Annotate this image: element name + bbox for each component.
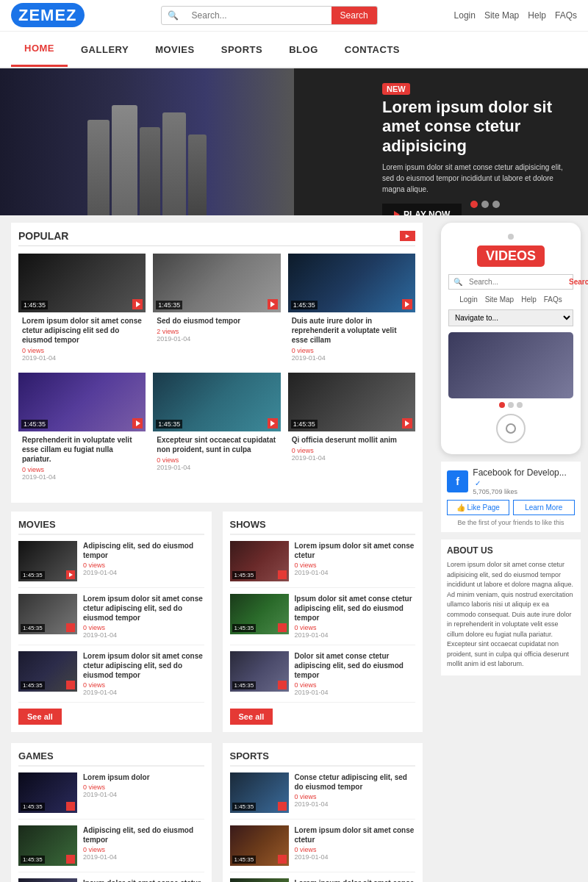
sport-views-2: 0 views	[295, 846, 416, 853]
help-link[interactable]: Help	[528, 10, 546, 21]
nav-home[interactable]: HOME	[11, 32, 68, 67]
video-play-5[interactable]	[268, 418, 278, 429]
sport-info-1: Conse ctetur adipiscing elit, sed do eiu…	[295, 772, 416, 813]
video-views-4: 0 views	[22, 466, 142, 473]
video-duration-3: 1:45:35	[291, 301, 318, 309]
hero-dot-1[interactable]	[470, 201, 478, 208]
game-title-2: Adipiscing elit, sed do eiusmod tempor	[83, 825, 204, 845]
sport-thumb-2[interactable]: 1:45:35	[230, 825, 289, 866]
video-play-6[interactable]	[402, 418, 412, 429]
show-views-1: 0 views	[295, 562, 416, 569]
nav-sports[interactable]: SPORTS	[208, 33, 276, 66]
logo-text: ZEMEZ	[11, 3, 85, 27]
show-play-1[interactable]	[278, 570, 287, 579]
game-thumb-3[interactable]: 1:45:35	[18, 878, 77, 882]
video-duration-6: 1:45:35	[291, 420, 318, 429]
movies-section: MOVIES 1:45:35 Adipiscing elit, sed do e…	[11, 512, 212, 732]
main-container: POPULAR ► 1:45:35 Lorem ipsum dolor sit …	[0, 215, 588, 882]
fb-like-button[interactable]: 👍 Like Page	[447, 500, 509, 515]
about-widget: ABOUT US Lorem ipsum dolor sit amet cons…	[441, 539, 581, 675]
nav-blog[interactable]: BLOG	[276, 33, 331, 66]
show-thumb-3[interactable]: 1:45:35	[230, 651, 289, 692]
video-play-4[interactable]	[132, 418, 143, 429]
nav-gallery[interactable]: GALLERY	[68, 33, 142, 66]
sports-section: SPORTS 1:45:35 Conse ctetur adipiscing e…	[223, 743, 423, 882]
shows-section: SHOWS 1:45:35 Lorem ipsum dolor sit amet…	[223, 512, 423, 732]
movie-play-2[interactable]	[66, 623, 75, 632]
game-play-2[interactable]	[66, 855, 75, 864]
login-link[interactable]: Login	[454, 10, 476, 21]
sidebar-sitemap[interactable]: Site Map	[485, 295, 514, 304]
games-title: GAMES	[18, 750, 204, 767]
show-thumb-1[interactable]: 1:45:35	[230, 541, 289, 581]
show-thumb-2[interactable]: 1:45:35	[230, 594, 289, 634]
sport-play-1[interactable]	[278, 802, 287, 811]
movies-see-all-button[interactable]: See all	[18, 709, 62, 725]
sport-thumb-3[interactable]: 1:45:35	[230, 878, 289, 882]
sidebar-dot-1[interactable]	[499, 402, 505, 408]
game-thumb-2[interactable]: 1:45:35	[18, 825, 77, 866]
sidebar-faqs[interactable]: FAQs	[544, 295, 562, 304]
movie-views-3: 0 views	[83, 681, 204, 689]
show-play-2[interactable]	[278, 623, 287, 632]
game-title-1: Lorem ipsum dolor	[83, 772, 204, 782]
sport-thumb-1[interactable]: 1:45:35	[230, 772, 289, 813]
sidebar-login[interactable]: Login	[459, 295, 477, 304]
movie-play-1[interactable]	[66, 570, 75, 579]
shows-see-all-button[interactable]: See all	[230, 709, 273, 725]
movie-thumb-1[interactable]: 1:45:35	[18, 541, 77, 581]
video-views-6: 0 views	[292, 447, 412, 454]
sidebar-navigate-select[interactable]: Navigate to...	[448, 309, 573, 326]
nav-contacts[interactable]: CONTACTS	[331, 33, 413, 66]
sidebar-image-dots	[448, 402, 573, 408]
faqs-link[interactable]: FAQs	[555, 10, 577, 21]
video-thumb-1[interactable]: 1:45:35	[18, 254, 146, 312]
sidebar-help[interactable]: Help	[521, 295, 537, 304]
show-play-3[interactable]	[278, 681, 287, 689]
sport-play-2[interactable]	[278, 855, 287, 864]
video-thumb-4[interactable]: 1:45:35	[18, 373, 146, 431]
popular-see-all[interactable]: ►	[400, 231, 415, 241]
search-icon: 🔍	[162, 7, 184, 24]
shows-title: SHOWS	[230, 519, 416, 535]
video-thumb-3[interactable]: 1:45:35	[288, 254, 415, 312]
game-play-1[interactable]	[66, 802, 75, 811]
video-play-1[interactable]	[132, 299, 143, 309]
sidebar-search-input[interactable]	[467, 276, 564, 288]
movie-info-2: Lorem ipsum dolor sit amet conse ctetur …	[83, 594, 204, 639]
nav-movies[interactable]: MOVIES	[142, 33, 208, 66]
hero-content: NEW Lorem ipsum dolor sit amet conse cte…	[382, 83, 573, 215]
search-input[interactable]	[184, 7, 331, 24]
sidebar-dot-2[interactable]	[508, 402, 514, 408]
video-duration-4: 1:45:35	[21, 420, 48, 429]
video-title-3: Duis aute irure dolor in reprehenderit a…	[292, 316, 412, 345]
home-button[interactable]	[496, 414, 526, 443]
sitemap-link[interactable]: Site Map	[484, 10, 519, 21]
video-views-2: 2 views	[157, 328, 276, 335]
hero-dot-2[interactable]	[481, 201, 489, 208]
movie-date-2: 2019-01-04	[83, 631, 204, 639]
fb-verified-icon: ✓	[475, 479, 481, 487]
video-info-2: Sed do eiusmod tempor 2 views 2019-01-04	[153, 312, 280, 346]
facebook-widget: f Facebook for Develop... ✓ 5,705,709 li…	[441, 462, 581, 532]
fb-learn-button[interactable]: Learn More	[513, 500, 576, 515]
sidebar-dot-3[interactable]	[517, 402, 523, 408]
movie-thumb-3[interactable]: 1:45:35	[18, 651, 77, 692]
movies-shows-row: MOVIES 1:45:35 Adipiscing elit, sed do e…	[11, 512, 423, 732]
game-views-1: 0 views	[83, 784, 204, 791]
hero-dot-3[interactable]	[492, 201, 500, 208]
sidebar-search-button[interactable]: Search	[564, 276, 588, 288]
movie-play-3[interactable]	[66, 681, 75, 689]
movie-thumb-2[interactable]: 1:45:35	[18, 594, 77, 634]
logo[interactable]: ZEMEZ VIDEOS	[11, 6, 85, 25]
popular-video-1: 1:45:35 Lorem ipsum dolor sit amet conse…	[18, 254, 146, 365]
game-thumb-1[interactable]: 1:45:35	[18, 772, 77, 813]
play-now-button[interactable]: PLAY NOW	[382, 204, 462, 215]
video-play-2[interactable]	[268, 299, 278, 309]
video-thumb-6[interactable]: 1:45:35	[288, 373, 415, 431]
video-thumb-5[interactable]: 1:45:35	[153, 373, 280, 431]
show-info-3: Dolor sit amet conse ctetur adipiscing e…	[295, 651, 416, 696]
search-button[interactable]: Search	[331, 7, 377, 24]
video-thumb-2[interactable]: 1:45:35	[153, 254, 280, 312]
video-play-3[interactable]	[402, 299, 412, 309]
